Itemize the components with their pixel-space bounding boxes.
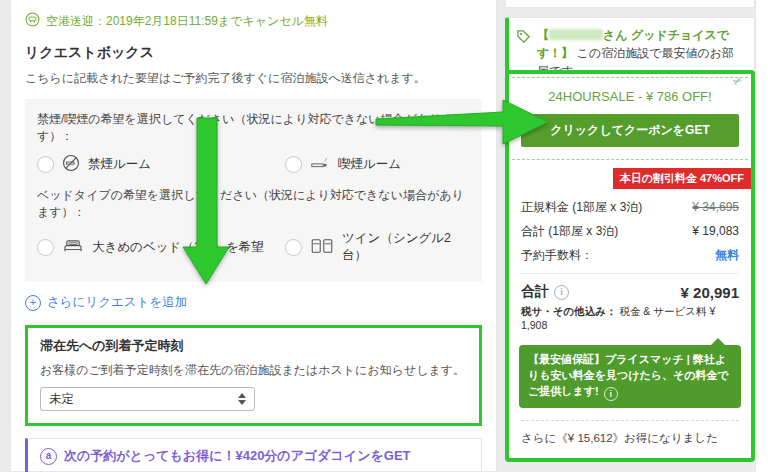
tax-included-note: 税サ・その他込み： 税金 & サービス料 ¥ 1,908	[509, 305, 751, 331]
total-label: 合計	[521, 283, 549, 301]
regular-price-value: ¥ 34,695	[692, 200, 739, 214]
large-bed-icon	[62, 238, 84, 257]
agoda-coins-section: a 次の予約がとってもお得に！¥420分のアゴダコインをGET ここにチェックを…	[25, 438, 482, 472]
price-match-info-icon[interactable]: i	[604, 387, 618, 401]
smoking-label: 喫煙ルーム	[338, 156, 401, 173]
request-box-title: リクエストボックス	[25, 44, 482, 62]
sale-banner-text: 24HOURSALE - ¥ 786 OFF!	[521, 89, 739, 104]
request-options-panel: 禁煙/喫煙の希望を選択してください（状況により対応できない場合があります）： 禁…	[25, 99, 482, 282]
bed-options-row: 大きめのベッド（1台）を希望 ツイン（シングル2台）	[37, 230, 470, 264]
discount-badge: 本日の割引料金 47%OFF	[613, 168, 751, 189]
option-smoking[interactable]: 喫煙ルーム	[285, 154, 470, 175]
large-bed-label: 大きめのベッド（1台）を希望	[92, 239, 264, 256]
cancel-notice-text: 空港送迎：2019年2月18日11:59までキャンセル無料	[46, 13, 328, 30]
subtotal-label: 合計 (1部屋 x 3泊)	[521, 223, 618, 240]
airport-shuttle-icon	[25, 12, 40, 30]
total-info-icon[interactable]: i	[554, 285, 569, 300]
booking-form-card: 空港送迎：2019年2月18日11:59までキャンセル無料 リクエストボックス …	[10, 0, 497, 472]
total-label-wrap: 合計 i	[521, 283, 569, 301]
option-twin-beds[interactable]: ツイン（シングル2台）	[285, 230, 470, 264]
scissors-icon: ✂	[730, 74, 744, 90]
request-box-description: こちらに記載された要望はご予約完了後すぐに宿泊施設へ送信されます。	[25, 70, 482, 87]
arrival-time-select[interactable]: 未定	[40, 387, 255, 411]
add-request-link[interactable]: + さらにリクエストを追加	[25, 294, 482, 311]
divider	[521, 273, 739, 274]
tooltip-arrow	[711, 338, 725, 345]
no-smoking-icon	[62, 154, 80, 175]
booking-fee-value: 無料	[715, 247, 739, 264]
bed-question: ベッドタイプの希望を選択してください（状況により対応できない場合があります）：	[37, 187, 470, 221]
smoking-radio[interactable]	[285, 156, 302, 173]
no-smoking-radio[interactable]	[37, 156, 54, 173]
booking-fee-label: 予約手数料：	[521, 247, 593, 264]
price-row-booking-fee: 予約手数料： 無料	[509, 247, 751, 264]
no-smoking-label: 禁煙ルーム	[88, 156, 151, 173]
price-row-regular: 正規料金 (1部屋 x 3泊) ¥ 34,695	[509, 199, 751, 216]
coupon-section: ✂ 24HOURSALE - ¥ 786 OFF! クリックしてクーポンをGET	[512, 77, 748, 160]
smoking-options-row: 禁煙ルーム 喫煙ルーム	[37, 154, 470, 175]
price-summary-section: 本日の割引料金 47%OFF 正規料金 (1部屋 x 3泊) ¥ 34,695 …	[509, 160, 751, 458]
get-coupon-button[interactable]: クリックしてクーポンをGET	[521, 114, 739, 147]
free-cancellation-notice: 空港送迎：2019年2月18日11:59までキャンセル無料	[25, 12, 482, 30]
twin-beds-radio[interactable]	[285, 239, 302, 256]
coins-offer-title: 次の予約がとってもお得に！¥420分のアゴダコインをGET	[64, 447, 411, 465]
arrival-title: 滞在先への到着予定時刻	[40, 337, 467, 355]
good-choice-open: 【	[537, 28, 549, 42]
smoking-question: 禁煙/喫煙の希望を選択してください（状況により対応できない場合があります）：	[37, 111, 470, 145]
scrollbar-track[interactable]	[755, 0, 768, 472]
option-no-smoking[interactable]: 禁煙ルーム	[37, 154, 285, 175]
guest-name-redacted	[549, 29, 603, 40]
select-arrows-icon	[238, 393, 246, 405]
total-row: 合計 i ¥ 20,991	[509, 283, 751, 301]
smoking-icon	[310, 156, 330, 173]
price-row-subtotal: 合計 (1部屋 x 3泊) ¥ 19,083	[509, 223, 751, 240]
savings-note: さらに《¥ 15,612》お得になりました	[509, 421, 751, 446]
arrival-time-section: 滞在先への到着予定時刻 お客様のご到着予定時刻を滞在先の宿泊施設またはホストにお…	[25, 325, 482, 426]
price-match-tooltip: 【最安値保証】プライスマッチ | 弊社よりも安い料金を見つけたら、その料金でご提…	[519, 345, 741, 408]
coins-offer-title-row: a 次の予約がとってもお得に！¥420分のアゴダコインをGET	[40, 447, 469, 465]
subtotal-value: ¥ 19,083	[692, 224, 739, 238]
arrival-description: お客様のご到着予定時刻を滞在先の宿泊施設またはホストにお知らせします。	[40, 362, 467, 379]
arrival-time-value: 未定	[49, 391, 74, 408]
agoda-coin-icon: a	[40, 448, 57, 465]
total-value: ¥ 20,991	[681, 284, 739, 301]
large-bed-radio[interactable]	[37, 239, 54, 256]
tax-note-label: 税サ・その他込み：	[521, 305, 616, 317]
twin-beds-icon	[310, 238, 334, 257]
sidebar-card-partial	[505, 0, 755, 8]
twin-beds-label: ツイン（シングル2台）	[342, 230, 470, 264]
regular-price-label: 正規料金 (1部屋 x 3泊)	[521, 199, 642, 216]
plus-icon: +	[25, 295, 41, 311]
add-request-label: さらにリクエストを追加	[47, 294, 187, 311]
price-match-text: 【最安値保証】プライスマッチ | 弊社よりも安い料金を見つけたら、その料金でご提…	[528, 353, 729, 397]
option-large-bed[interactable]: 大きめのベッド（1台）を希望	[37, 230, 285, 264]
coupon-price-card: ✂ 24HOURSALE - ¥ 786 OFF! クリックしてクーポンをGET…	[505, 70, 755, 462]
